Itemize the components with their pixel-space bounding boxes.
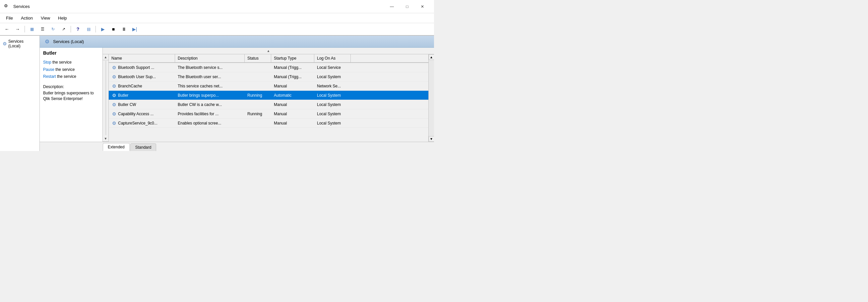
cell-startup: Automatic <box>271 91 314 100</box>
cell-status <box>245 119 271 128</box>
col-header-status[interactable]: Status <box>245 54 271 62</box>
cell-status <box>245 81 271 91</box>
play-button[interactable]: ▶ <box>98 25 108 34</box>
col-header-name[interactable]: Name <box>109 54 175 62</box>
stop-button[interactable]: ■ <box>108 25 118 34</box>
description-label: Description: <box>43 85 99 89</box>
col-header-logon[interactable]: Log On As <box>314 54 351 62</box>
table-row[interactable]: ⚙Capability Access ...Provides facilitie… <box>109 109 428 119</box>
scroll-down-arrow[interactable]: ▼ <box>103 136 109 142</box>
close-button[interactable]: ✕ <box>415 1 430 12</box>
forward-button[interactable]: → <box>12 25 23 34</box>
row-gear-icon: ⚙ <box>112 65 117 70</box>
app-icon: ⚙ <box>4 3 10 10</box>
services-header-text: Services (Local) <box>53 39 84 44</box>
title-bar: ⚙ Services — □ ✕ <box>0 0 434 13</box>
cell-desc: Enables optional scree... <box>175 119 245 128</box>
refresh-button[interactable]: ↻ <box>48 25 58 34</box>
window-title: Services <box>13 4 30 9</box>
cell-desc: Butler brings superpo... <box>175 91 245 100</box>
maximize-button[interactable]: □ <box>400 1 415 12</box>
menu-view[interactable]: View <box>37 14 53 22</box>
cell-startup: Manual <box>271 100 314 109</box>
table-row[interactable]: ⚙CaptureService_9c0...Enables optional s… <box>109 119 428 128</box>
cell-name: ⚙Bluetooth User Sup... <box>109 72 175 81</box>
help-button[interactable]: ? <box>73 25 83 34</box>
list-view-button[interactable]: ☰ <box>37 25 48 34</box>
table-row[interactable]: ⚙ButlerButler brings superpo...RunningAu… <box>109 91 428 100</box>
right-scrollbar: ▲ ▼ <box>428 54 434 142</box>
cell-status <box>245 100 271 109</box>
table-row[interactable]: ⚙Butler CWButler CW is a cache w...Manua… <box>109 100 428 109</box>
toolbar-sep-2 <box>71 26 71 32</box>
export-button[interactable]: ↗ <box>59 25 69 34</box>
row-gear-icon: ⚙ <box>112 102 117 107</box>
cell-name: ⚙Butler <box>109 91 175 100</box>
cell-logon: Network Se... <box>314 81 351 91</box>
col-header-startup[interactable]: Startup Type <box>271 54 314 62</box>
minimize-button[interactable]: — <box>384 1 400 12</box>
services-local-nav[interactable]: ⚙ Services (Local) <box>2 38 37 50</box>
cell-startup: Manual <box>271 109 314 118</box>
cell-logon: Local System <box>314 91 351 100</box>
scroll-up-arrow[interactable]: ▲ <box>103 54 109 60</box>
title-bar-left: ⚙ Services <box>4 3 30 10</box>
cell-logon: Local System <box>314 72 351 81</box>
stop-link[interactable]: Stop <box>43 60 52 65</box>
menu-help[interactable]: Help <box>55 14 70 22</box>
cell-startup: Manual (Trigg... <box>271 63 314 72</box>
pause-action: Pause the service <box>43 66 99 73</box>
toolbar: ← → ▦ ☰ ↻ ↗ ? ▤ ▶ ■ ⏸ ▶| <box>0 23 434 36</box>
info-panel: Butler Stop the service Pause the servic… <box>40 48 103 142</box>
main-layout: ⚙ Services (Local) ⚙ Services (Local) Bu… <box>0 36 434 151</box>
bottom-tabs: Extended Standard <box>40 142 434 151</box>
left-scroll-area: ▲ ▼ <box>103 54 109 142</box>
table-row[interactable]: ⚙BranchCacheThis service caches net...Ma… <box>109 81 428 91</box>
cell-name: ⚙BranchCache <box>109 81 175 91</box>
console-view-button[interactable]: ▦ <box>27 25 37 34</box>
description-text: Butler brings superpowers to Qlik Sense … <box>43 91 99 102</box>
cell-logon: Local System <box>314 100 351 109</box>
cell-desc: The Bluetooth user ser... <box>175 72 245 81</box>
stop-action: Stop the service <box>43 59 99 66</box>
title-controls: — □ ✕ <box>384 1 430 12</box>
row-gear-icon: ⚙ <box>112 121 117 126</box>
back-button[interactable]: ← <box>2 25 12 34</box>
row-service-name: Butler CW <box>118 102 136 107</box>
pause-button[interactable]: ⏸ <box>119 25 129 34</box>
selected-service-title: Butler <box>43 51 99 56</box>
menu-action[interactable]: Action <box>18 14 36 22</box>
cell-name: ⚙Capability Access ... <box>109 109 175 118</box>
row-service-name: Butler <box>118 93 128 98</box>
table-row[interactable]: ⚙Bluetooth Support ...The Bluetooth serv… <box>109 63 428 72</box>
row-service-name: Bluetooth User Sup... <box>118 74 156 79</box>
menu-file[interactable]: File <box>3 14 16 22</box>
pause-link[interactable]: Pause <box>43 67 54 72</box>
scrollbar-track[interactable] <box>429 60 434 136</box>
tab-extended[interactable]: Extended <box>103 143 130 151</box>
right-panel: ⚙ Services (Local) Butler Stop the servi… <box>40 36 434 151</box>
toolbar-sep-3 <box>95 26 96 32</box>
view-toggle-button[interactable]: ▤ <box>84 25 93 34</box>
services-gear-icon: ⚙ <box>3 41 7 46</box>
table-header: Name Description Status Startup Type Log… <box>109 54 428 63</box>
cell-desc: Butler CW is a cache w... <box>175 100 245 109</box>
row-gear-icon: ⚙ <box>112 74 117 79</box>
scrollbar-up[interactable]: ▲ <box>429 54 434 60</box>
restart-link[interactable]: Restart <box>43 74 56 79</box>
cell-desc: The Bluetooth service s... <box>175 63 245 72</box>
cell-logon: Local Service <box>314 63 351 72</box>
table-body: ⚙Bluetooth Support ...The Bluetooth serv… <box>109 63 428 142</box>
up-arrow-icon: ▲ <box>267 49 270 53</box>
scrollbar-down[interactable]: ▼ <box>429 136 434 142</box>
action-links: Stop the service Pause the service Resta… <box>43 59 99 80</box>
resume-button[interactable]: ▶| <box>130 25 140 34</box>
menu-bar: File Action View Help <box>0 13 434 23</box>
tab-standard[interactable]: Standard <box>130 143 156 151</box>
cell-name: ⚙CaptureService_9c0... <box>109 119 175 128</box>
left-panel-label: Services (Local) <box>8 39 37 48</box>
cell-status: Running <box>245 109 271 118</box>
table-row[interactable]: ⚙Bluetooth User Sup...The Bluetooth user… <box>109 72 428 81</box>
cell-startup: Manual (Trigg... <box>271 72 314 81</box>
col-header-desc[interactable]: Description <box>175 54 245 62</box>
